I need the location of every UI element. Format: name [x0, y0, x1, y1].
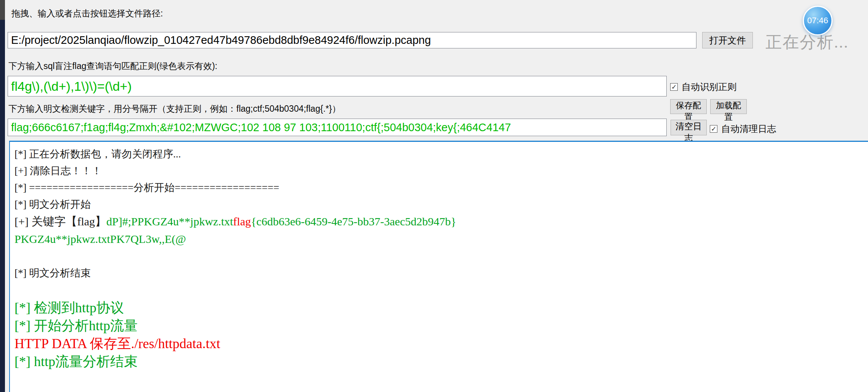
log-line: HTTP DATA 保存至./res/httpdata.txt [14, 335, 865, 353]
checkbox-icon[interactable]: ✓ [710, 125, 717, 133]
log-line: [*] ==================分析开始==============… [14, 179, 865, 196]
background-window-edge-top [0, 0, 5, 20]
log-line: [+] 关键字【flag】dP]#;PPKGZ4u**jpkwz.txtflag… [14, 213, 865, 230]
log-line: PKGZ4u**jpkwz.txtPK7QL3w,,E(@ [14, 230, 865, 248]
clear-log-button[interactable]: 清空日志 [671, 120, 707, 135]
log-segment: HTTP DATA 保存至./res/httpdata.txt [14, 336, 220, 351]
log-line: [*] 开始分析http流量 [14, 317, 865, 335]
log-line [14, 248, 865, 265]
log-line: [+] 清除日志！！！ [14, 162, 865, 179]
auto-clear-log-checkbox-row: ✓ 自动清理日志 [710, 123, 776, 135]
keyword-input[interactable] [8, 119, 667, 136]
log-segment: [+] 清除日志！！！ [14, 165, 102, 177]
log-line: [*] 明文分析结束 [14, 265, 865, 281]
sql-regex-input[interactable] [8, 76, 667, 96]
auto-detect-regex-checkbox-row: ✓ 自动识别正则 [670, 81, 736, 93]
panel-left-gutter [5, 141, 9, 392]
auto-detect-regex-label: 自动识别正则 [682, 81, 736, 93]
log-line: [*] 明文分析开始 [14, 196, 865, 213]
log-segment: [*] 检测到http协议 [14, 300, 124, 315]
log-segment: [+] 关键字【flag】 [14, 215, 106, 228]
checkbox-icon[interactable]: ✓ [670, 83, 678, 91]
clock-time: 07:46 [807, 16, 828, 26]
log-segment: PKGZ4u**jpkwz.txtPK7QL3w,,E(@ [14, 233, 186, 245]
auto-clear-log-label: 自动清理日志 [721, 123, 776, 135]
log-segment: [*] 明文分析开始 [14, 199, 91, 210]
log-segment: [*] 开始分析http流量 [14, 318, 138, 333]
log-segment: [*] 正在分析数据包，请勿关闭程序... [14, 148, 181, 160]
log-line: [*] 正在分析数据包，请勿关闭程序... [14, 146, 865, 162]
log-area[interactable]: [*] 正在分析数据包，请勿关闭程序...[+] 清除日志！！！[*] ====… [9, 141, 868, 392]
log-line: [*] 检测到http协议 [14, 299, 865, 317]
log-segment: [*] 明文分析结束 [14, 267, 91, 279]
log-segment: dP]#;PPKGZ4u**jpkwz.txt [106, 215, 233, 228]
log-segment: [*] http流量分析结束 [14, 354, 138, 369]
clock-badge-icon: 07:46 [803, 6, 833, 35]
file-path-label: 拖拽、输入或者点击按钮选择文件路径: [11, 8, 163, 19]
log-line [14, 281, 865, 299]
log-line: [*] http流量分析结束 [14, 353, 865, 371]
sql-regex-label: 下方输入sql盲注flag查询语句匹配正则(绿色表示有效): [8, 60, 217, 72]
analyzing-status-text: 正在分析... [765, 31, 849, 53]
keyword-label: 下方输入明文检测关键字，用分号隔开（支持正则，例如：flag;ctf;504b0… [8, 103, 341, 115]
log-segment: {c6db63e6-6459-4e75-bb37-3aec5d2b947b} [251, 215, 456, 228]
file-path-input[interactable] [8, 32, 696, 48]
load-config-button[interactable]: 加载配置 [710, 99, 747, 114]
log-segment: flag [233, 215, 251, 228]
open-file-button[interactable]: 打开文件 [702, 32, 753, 48]
save-config-button[interactable]: 保存配置 [670, 99, 707, 114]
background-window-edge [0, 20, 5, 392]
log-segment: [*] ==================分析开始==============… [14, 182, 279, 193]
